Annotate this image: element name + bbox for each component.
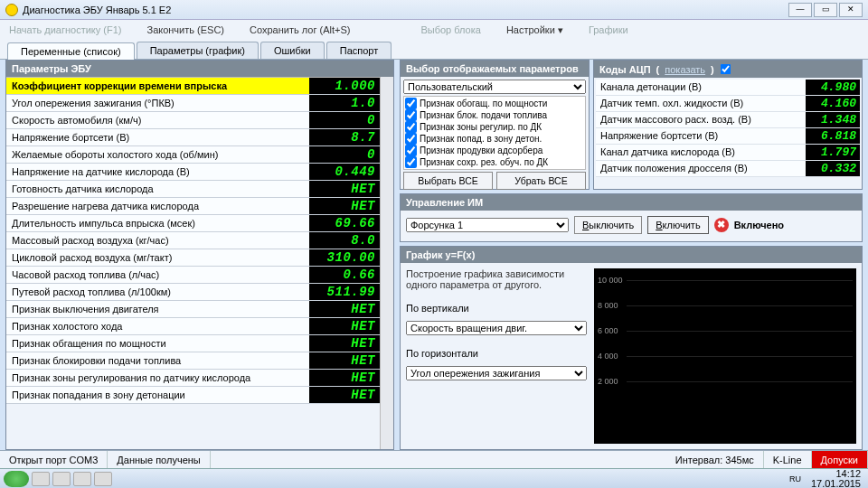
select-all-button[interactable]: Выбрать ВСЕ — [403, 172, 493, 190]
adc-row: Напряжение бортсети (В)6.818 — [596, 128, 860, 145]
filter-checkbox-list[interactable]: Признак обогащ. по мощностиПризнак блок.… — [403, 96, 586, 170]
adc-show-link[interactable]: показать — [665, 64, 705, 75]
ecu-row[interactable]: Готовность датчика кислородаНЕТ — [6, 181, 380, 198]
adc-row-value: 6.818 — [806, 128, 860, 144]
ecu-row[interactable]: Цикловой расход воздуха (мг/такт)310.00 — [6, 249, 380, 267]
ecu-row[interactable]: Признак обгащения по мощностиНЕТ — [6, 335, 380, 352]
adc-row: Канала детонации (В)4.980 — [596, 80, 860, 96]
ecu-row[interactable]: Путевой расход топлива (л/100км)511.99 — [6, 284, 380, 301]
taskbar-icon[interactable] — [52, 472, 71, 486]
menu-settings[interactable]: Настройки ▾ — [506, 24, 563, 36]
graph-header: График y=F(x) — [401, 247, 862, 263]
adc-row: Датчик темп. охл. жидкости (В)4.160 — [596, 96, 860, 112]
adc-list: Канала детонации (В)4.980Датчик темп. ох… — [594, 78, 862, 189]
ecu-parameters-panel: Параметры ЭБУ Коэффициент коррекции врем… — [5, 60, 394, 450]
ecu-row[interactable]: Массовый расход воздуха (кг/час)8.0 — [6, 232, 380, 249]
ecu-parameter-list[interactable]: Коэффициент коррекции времени впрыска1.0… — [6, 77, 380, 449]
actuator-status: Включено — [734, 220, 784, 230]
ecu-row-label: Признак попадания в зону детонации — [6, 387, 309, 403]
y-tick-label: 10 000 — [598, 276, 623, 285]
ecu-row-value: НЕТ — [309, 335, 380, 352]
tab-variables[interactable]: Переменные (список) — [7, 42, 135, 60]
menu-savelog[interactable]: Сохранить лог (Alt+S) — [250, 24, 350, 35]
y-tick-label: 6 000 — [598, 326, 618, 335]
clock[interactable]: 14:1217.01.2015 — [807, 469, 864, 489]
tab-errors[interactable]: Ошибки — [260, 42, 325, 59]
ecu-row[interactable]: Скорость автомобиля (км/ч)0 — [6, 112, 380, 129]
app-icon — [5, 4, 18, 16]
ecu-row[interactable]: Разрешение нагрева датчика кислородаНЕТ — [6, 198, 380, 215]
graph-panel: График y=F(x) Построение графика зависим… — [400, 246, 863, 450]
actuator-on-button[interactable]: Включить — [647, 216, 708, 234]
adc-row-label: Канал датчика кислорода (В) — [596, 145, 806, 160]
y-tick-label: 2 000 — [598, 377, 618, 386]
ecu-row[interactable]: Признак блокировки подачи топливаНЕТ — [6, 352, 380, 370]
ecu-row-label: Признак обгащения по мощности — [6, 335, 309, 352]
ecu-row[interactable]: Длительность импульса впрыска (мсек)69.6… — [6, 215, 380, 232]
filter-item[interactable]: Признак сохр. рез. обуч. по ДК — [405, 156, 584, 168]
start-button[interactable] — [4, 471, 29, 487]
close-button[interactable]: ✕ — [839, 3, 863, 17]
filter-item[interactable]: Признак обогащ. по мощности — [405, 98, 584, 109]
ecu-row-value: 0 — [309, 146, 380, 163]
adc-row-value: 1.797 — [806, 145, 860, 160]
ecu-row-label: Скорость автомобиля (км/ч) — [6, 112, 309, 128]
scrollbar[interactable] — [380, 77, 393, 449]
filter-item[interactable]: Признак попад. в зону детон. — [405, 133, 584, 145]
ecu-row-value: 8.0 — [309, 232, 380, 249]
ecu-row[interactable]: Напряжение на датчике кислорода (В)0.449 — [6, 164, 380, 181]
ecu-row-value: 69.66 — [309, 215, 380, 231]
adc-row: Датчик положения дросселя (В)0.332 — [596, 161, 860, 177]
ecu-row[interactable]: Угол опережения зажигания (°ПКВ)1.0 — [6, 95, 380, 112]
taskbar-icon[interactable] — [73, 472, 91, 486]
filter-item[interactable]: Признак зоны регулир. по ДК — [405, 121, 584, 133]
ecu-row-value: 0.449 — [309, 164, 380, 180]
adc-row-value: 1.348 — [806, 112, 860, 127]
graph-x-select[interactable]: Угол опережения зажигания — [406, 366, 587, 380]
status-data: Данные получены — [108, 451, 210, 468]
graph-y-label: По вертикали — [406, 303, 587, 314]
menu-charts[interactable]: Графики — [589, 24, 628, 35]
ecu-row[interactable]: Часовой расход топлива (л/час)0.66 — [6, 267, 380, 284]
ecu-row-value: 8.7 — [309, 129, 380, 145]
tab-parameters[interactable]: Параметры (график) — [137, 42, 259, 59]
taskbar[interactable]: RU 14:1217.01.2015 — [0, 468, 868, 488]
stop-icon[interactable]: ✖ — [714, 218, 729, 232]
y-tick-label: 8 000 — [598, 301, 618, 310]
menu-block[interactable]: Выбор блока — [420, 24, 480, 35]
menu-stop[interactable]: Закончить (ESC) — [146, 24, 224, 35]
ecu-row-value: НЕТ — [309, 370, 380, 386]
filter-preset-select[interactable]: Пользовательский — [403, 80, 586, 94]
taskbar-icon[interactable] — [94, 472, 112, 486]
language-indicator[interactable]: RU — [786, 474, 805, 483]
filter-item[interactable]: Признак продувки адсорбера — [405, 145, 584, 156]
ctrl-header: Управление ИМ — [401, 194, 862, 211]
tab-bar: Переменные (список) Параметры (график) О… — [0, 40, 868, 60]
taskbar-icon[interactable] — [32, 472, 50, 486]
ecu-row[interactable]: Коэффициент коррекции времени впрыска1.0… — [6, 78, 380, 95]
maximize-button[interactable]: ▭ — [814, 3, 837, 17]
ecu-row-value: 511.99 — [309, 284, 380, 300]
menubar: Начать диагностику (F1) Закончить (ESC) … — [0, 20, 868, 40]
status-tolerances[interactable]: Допуски — [812, 451, 868, 468]
tab-passport[interactable]: Паспорт — [326, 42, 392, 59]
ecu-row[interactable]: Признак холостого ходаНЕТ — [6, 318, 380, 335]
filter-item[interactable]: Признак блок. подачи топлива — [405, 109, 584, 121]
ecu-row[interactable]: Признак выключения двигателяНЕТ — [6, 301, 380, 318]
minimize-button[interactable]: — — [788, 3, 812, 17]
ecu-row[interactable]: Признак попадания в зону детонацииНЕТ — [6, 387, 380, 404]
menu-start[interactable]: Начать диагностику (F1) — [9, 24, 121, 35]
ecu-row[interactable]: Напряжение бортсети (В)8.7 — [6, 129, 380, 146]
ecu-row-value: 1.0 — [309, 95, 380, 111]
adc-row-label: Датчик темп. охл. жидкости (В) — [596, 96, 806, 111]
actuator-off-button[interactable]: Выключить — [574, 216, 642, 234]
ecu-row-value: НЕТ — [309, 387, 380, 403]
clear-all-button[interactable]: Убрать ВСЕ — [496, 172, 586, 190]
adc-show-checkbox[interactable] — [720, 64, 731, 75]
graph-y-select[interactable]: Скорость вращения двиг. — [406, 321, 587, 335]
actuator-select[interactable]: Форсунка 1 — [406, 218, 569, 232]
ecu-row[interactable]: Признак зоны регулирования по датчику ки… — [6, 370, 380, 387]
ecu-row[interactable]: Желаемые обороты холостого хода (об/мин)… — [6, 146, 380, 164]
ecu-row-label: Напряжение на датчике кислорода (В) — [6, 164, 309, 180]
status-port: Открыт порт COM3 — [0, 451, 108, 468]
